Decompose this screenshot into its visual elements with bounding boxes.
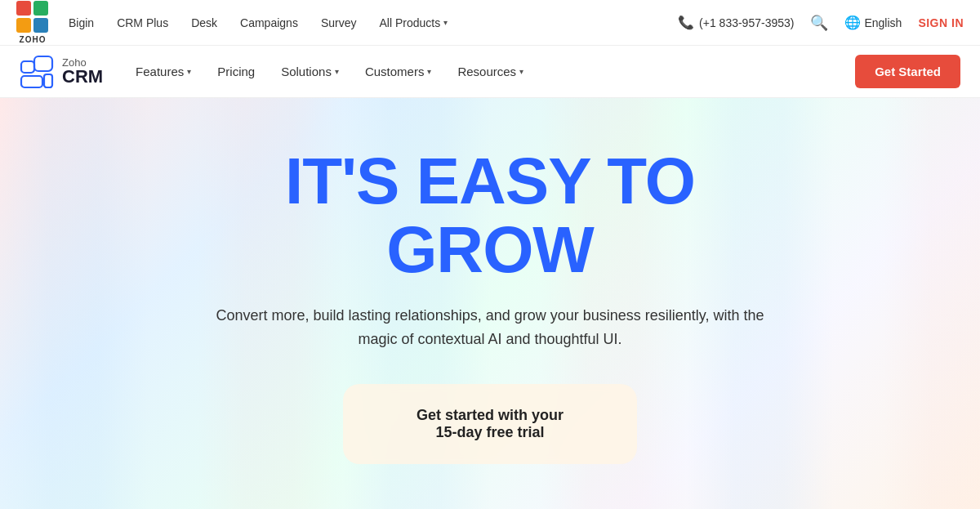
- search-icon: 🔍: [810, 15, 828, 31]
- crm-nav-solutions[interactable]: Solutions ▾: [281, 65, 339, 78]
- all-products-dropdown[interactable]: All Products ▾: [379, 16, 448, 29]
- svg-rect-2: [21, 76, 42, 87]
- solutions-chevron-icon: ▾: [335, 67, 339, 76]
- globe-icon: 🌐: [844, 15, 861, 30]
- crm-nav-features[interactable]: Features ▾: [136, 65, 191, 78]
- phone-number: (+1 833-957-3953): [699, 16, 794, 29]
- svg-rect-0: [21, 61, 34, 73]
- hero-cta-box: Get started with your 15-day free trial: [343, 384, 637, 464]
- features-chevron-icon: ▾: [187, 67, 191, 76]
- logo-square-blue: [33, 18, 48, 33]
- cta-title-line1: Get started with your: [416, 407, 564, 423]
- hero-content: IT'S EASY TO GROW Convert more, build la…: [0, 147, 980, 464]
- nav-desk[interactable]: Desk: [191, 16, 217, 29]
- top-navigation: ZOHO Bigin CRM Plus Desk Campaigns Surve…: [0, 0, 980, 46]
- crm-navigation: Zoho CRM Features ▾ Pricing Solutions ▾ …: [0, 46, 980, 98]
- chevron-down-icon: ▾: [443, 18, 448, 27]
- svg-rect-3: [44, 74, 52, 87]
- solutions-label: Solutions: [281, 65, 332, 78]
- crm-nav-resources[interactable]: Resources ▾: [457, 65, 523, 78]
- hero-subtitle: Convert more, build lasting relationship…: [212, 304, 768, 351]
- search-button[interactable]: 🔍: [810, 14, 828, 32]
- crm-logo-text: Zoho CRM: [62, 57, 103, 86]
- customers-chevron-icon: ▾: [427, 67, 431, 76]
- all-products-label: All Products: [379, 16, 440, 29]
- get-started-button[interactable]: Get Started: [855, 55, 960, 88]
- top-nav-links: Bigin CRM Plus Desk Campaigns Survey All…: [69, 16, 678, 29]
- crm-nav-pricing[interactable]: Pricing: [217, 65, 255, 78]
- nav-campaigns[interactable]: Campaigns: [240, 16, 298, 29]
- cta-box-title: Get started with your 15-day free trial: [416, 407, 564, 441]
- pricing-label: Pricing: [217, 65, 255, 78]
- customers-label: Customers: [365, 65, 425, 78]
- zoho-wordmark: ZOHO: [20, 35, 47, 44]
- language-label: English: [864, 16, 902, 29]
- nav-bigin[interactable]: Bigin: [69, 16, 94, 29]
- crm-label: CRM: [62, 68, 103, 86]
- logo-square-yellow: [16, 18, 31, 33]
- cta-title-line2: 15-day free trial: [435, 424, 544, 440]
- sign-in-button[interactable]: SIGN IN: [918, 16, 964, 29]
- crm-logo[interactable]: Zoho CRM: [20, 55, 103, 89]
- crm-nav-links: Features ▾ Pricing Solutions ▾ Customers…: [136, 65, 855, 78]
- top-nav-right: 📞 (+1 833-957-3953) 🔍 🌐 English SIGN IN: [678, 14, 964, 32]
- nav-survey[interactable]: Survey: [321, 16, 357, 29]
- hero-title-line2: GROW: [386, 213, 594, 286]
- phone-icon: 📞: [678, 15, 694, 30]
- language-selector[interactable]: 🌐 English: [844, 15, 902, 30]
- resources-chevron-icon: ▾: [519, 67, 523, 76]
- zoho-logo[interactable]: ZOHO: [16, 1, 49, 44]
- resources-label: Resources: [457, 65, 516, 78]
- hero-title: IT'S EASY TO GROW: [285, 147, 695, 284]
- hero-title-line1: IT'S EASY TO: [285, 145, 695, 217]
- crm-nav-customers[interactable]: Customers ▾: [365, 65, 432, 78]
- logo-square-red: [16, 1, 31, 16]
- crm-logo-icon: [20, 55, 54, 89]
- logo-square-green: [33, 1, 48, 16]
- svg-rect-1: [34, 56, 52, 71]
- features-label: Features: [136, 65, 184, 78]
- phone-link[interactable]: 📞 (+1 833-957-3953): [678, 15, 794, 30]
- nav-crm-plus[interactable]: CRM Plus: [117, 16, 168, 29]
- hero-section: IT'S EASY TO GROW Convert more, build la…: [0, 98, 980, 509]
